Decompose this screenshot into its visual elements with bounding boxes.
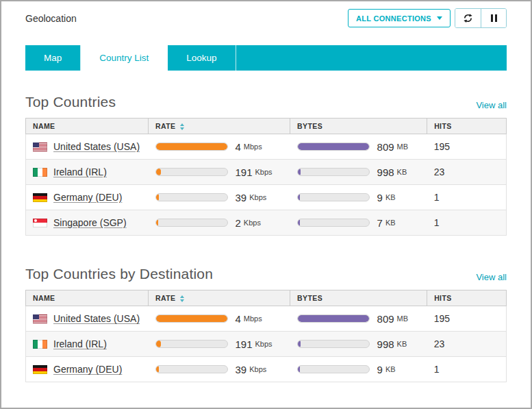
rate-value: 191 bbox=[236, 166, 253, 178]
column-header-bytes[interactable]: BYTES bbox=[290, 119, 427, 134]
rate-value: 39 bbox=[236, 192, 247, 203]
flag-icon bbox=[33, 340, 47, 349]
bytes-unit: KB bbox=[397, 340, 407, 348]
hits-value: 195 bbox=[434, 141, 450, 152]
bytes-value: 809 bbox=[377, 141, 394, 153]
rate-bar bbox=[155, 168, 228, 176]
hits-value: 23 bbox=[434, 166, 445, 177]
column-header-rate-label: RATE bbox=[155, 122, 175, 130]
country-link[interactable]: United States (USA) bbox=[53, 141, 140, 152]
rate-unit: Mbps bbox=[244, 314, 262, 323]
tab-map[interactable]: Map bbox=[25, 45, 81, 71]
rate-bar bbox=[155, 142, 228, 151]
rate-value: 191 bbox=[236, 338, 253, 350]
country-link[interactable]: Ireland (IRL) bbox=[53, 166, 107, 177]
all-connections-button[interactable]: ALL CONNECTIONS bbox=[348, 9, 451, 27]
rate-unit: Kbps bbox=[255, 168, 273, 176]
rate-value: 4 bbox=[236, 141, 241, 153]
rate-value: 39 bbox=[236, 364, 247, 375]
bytes-unit: MB bbox=[397, 142, 409, 151]
section-header: Top Countries by Destination View all bbox=[25, 266, 507, 282]
flag-icon bbox=[33, 219, 47, 227]
top-bar: Geolocation ALL CONNECTIONS bbox=[25, 8, 507, 28]
column-header-name[interactable]: NAME bbox=[26, 290, 149, 306]
table-row: Ireland (IRL) 191 Kbps 998 KB 23 bbox=[26, 332, 507, 357]
pause-icon bbox=[491, 14, 497, 22]
hits-value: 1 bbox=[434, 192, 440, 203]
country-link[interactable]: United States (USA) bbox=[53, 313, 140, 324]
rate-value: 4 bbox=[236, 313, 241, 325]
country-link[interactable]: Ireland (IRL) bbox=[53, 338, 107, 349]
pause-button[interactable] bbox=[481, 9, 506, 27]
caret-down-icon bbox=[437, 16, 442, 20]
bytes-value: 7 bbox=[377, 217, 383, 229]
flag-icon bbox=[33, 193, 47, 202]
bytes-value: 809 bbox=[377, 313, 394, 325]
table-row: Germany (DEU) 39 Kbps 9 KB 1 bbox=[26, 185, 507, 210]
flag-icon bbox=[33, 314, 47, 323]
bytes-value: 998 bbox=[377, 338, 394, 350]
section-title: Top Countries by Destination bbox=[25, 266, 213, 282]
table-row: Singapore (SGP) 2 Kbps 7 KB 1 bbox=[26, 210, 507, 236]
top-countries-table: NAME RATE BYTES HITS United States (USA) bbox=[25, 118, 507, 236]
country-link[interactable]: Germany (DEU) bbox=[53, 364, 122, 375]
country-link[interactable]: Germany (DEU) bbox=[53, 192, 122, 203]
rate-unit: Kbps bbox=[255, 340, 273, 348]
bytes-unit: KB bbox=[385, 193, 396, 201]
bytes-value: 9 bbox=[377, 192, 383, 203]
rate-unit: Kbps bbox=[249, 365, 266, 373]
section-title: Top Countries bbox=[25, 94, 116, 110]
bytes-unit: KB bbox=[385, 219, 396, 227]
tab-country-list[interactable]: Country List bbox=[81, 45, 168, 71]
hits-value: 1 bbox=[434, 364, 440, 375]
flag-icon bbox=[33, 365, 47, 374]
rate-bar bbox=[155, 314, 228, 323]
sort-icon[interactable] bbox=[180, 123, 184, 130]
column-header-rate[interactable]: RATE bbox=[149, 290, 290, 306]
bytes-unit: KB bbox=[397, 168, 407, 176]
rate-unit: Kbps bbox=[244, 219, 261, 227]
column-header-rate-label: RATE bbox=[155, 294, 175, 302]
tab-lookup[interactable]: Lookup bbox=[168, 45, 236, 71]
bytes-bar bbox=[297, 219, 370, 227]
flag-icon bbox=[33, 168, 47, 177]
geolocation-page: Geolocation ALL CONNECTIONS bbox=[0, 0, 532, 409]
table-row: Ireland (IRL) 191 Kbps 998 KB 23 bbox=[26, 160, 507, 185]
bytes-bar bbox=[297, 168, 370, 176]
rate-unit: Kbps bbox=[249, 193, 266, 201]
refresh-icon bbox=[463, 13, 473, 23]
sort-icon[interactable] bbox=[180, 295, 184, 302]
column-header-name[interactable]: NAME bbox=[26, 119, 149, 134]
bytes-value: 9 bbox=[377, 364, 383, 375]
column-header-rate[interactable]: RATE bbox=[149, 119, 290, 134]
hits-value: 1 bbox=[434, 217, 440, 228]
bytes-bar bbox=[297, 193, 370, 201]
hits-value: 195 bbox=[434, 313, 450, 324]
section-header: Top Countries View all bbox=[25, 94, 507, 110]
section-top-countries: Top Countries View all NAME RATE BYTES H… bbox=[25, 94, 507, 236]
bytes-unit: MB bbox=[397, 314, 409, 323]
section-top-countries-by-destination: Top Countries by Destination View all NA… bbox=[25, 266, 507, 382]
top-countries-by-destination-table: NAME RATE BYTES HITS United States (USA) bbox=[25, 290, 507, 382]
refresh-button[interactable] bbox=[455, 9, 481, 27]
view-all-link[interactable]: View all bbox=[476, 272, 507, 282]
rate-unit: Mbps bbox=[244, 142, 262, 151]
rate-bar bbox=[155, 340, 228, 348]
flag-icon bbox=[33, 142, 47, 151]
column-header-hits[interactable]: HITS bbox=[427, 290, 507, 306]
hits-value: 23 bbox=[434, 338, 445, 349]
column-header-hits[interactable]: HITS bbox=[427, 119, 507, 134]
rate-bar bbox=[155, 219, 228, 227]
bytes-unit: KB bbox=[385, 365, 396, 373]
table-row: United States (USA) 4 Mbps 809 MB 195 bbox=[26, 306, 507, 332]
rate-bar bbox=[155, 365, 228, 373]
bytes-bar bbox=[297, 365, 370, 373]
view-all-link[interactable]: View all bbox=[476, 100, 507, 110]
column-header-bytes[interactable]: BYTES bbox=[290, 290, 427, 306]
toolbar: ALL CONNECTIONS bbox=[348, 8, 507, 28]
country-link[interactable]: Singapore (SGP) bbox=[53, 217, 127, 228]
toolbar-icon-group bbox=[455, 8, 507, 28]
bytes-value: 998 bbox=[377, 166, 394, 178]
table-row: United States (USA) 4 Mbps 809 MB 195 bbox=[26, 134, 507, 160]
all-connections-label: ALL CONNECTIONS bbox=[356, 14, 431, 23]
